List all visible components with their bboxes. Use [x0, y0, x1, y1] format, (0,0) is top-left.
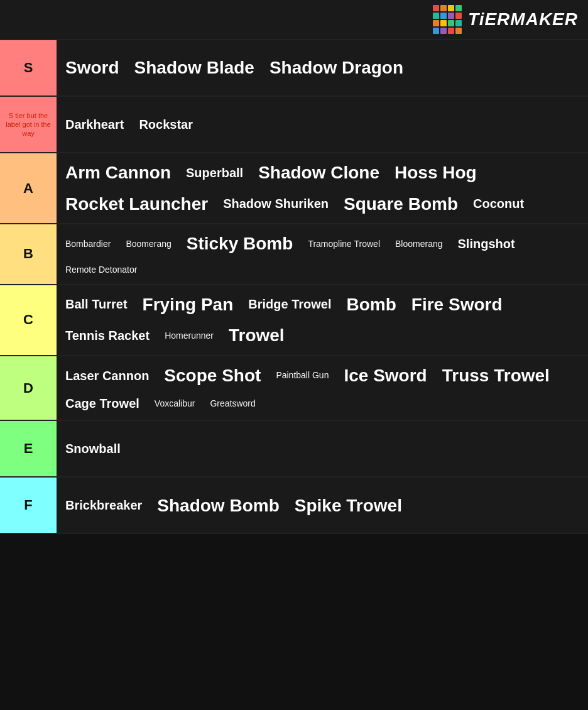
- tier-label-s: S: [0, 40, 57, 96]
- list-item[interactable]: Bombardier: [59, 235, 117, 253]
- list-item[interactable]: Shadow Shuriken: [217, 192, 335, 215]
- tier-content-a: Arm CannonSuperballShadow CloneHoss HogR…: [57, 153, 588, 223]
- tier-label-e: E: [0, 421, 57, 476]
- tier-row-s: SSwordShadow BladeShadow Dragon: [0, 40, 588, 97]
- tier-content-s2: DarkheartRockstar: [57, 97, 588, 152]
- tier-label-a: A: [0, 153, 57, 223]
- list-item[interactable]: Paintball Gun: [270, 366, 335, 385]
- list-item[interactable]: Shadow Blade: [128, 53, 261, 82]
- list-item[interactable]: Sticky Bomb: [180, 229, 300, 258]
- app-container: TiERMAKER SSwordShadow BladeShadow Drago…: [0, 0, 588, 534]
- tier-content-e: Snowball: [57, 421, 588, 476]
- tier-label-b: B: [0, 224, 57, 283]
- list-item[interactable]: Ball Turret: [59, 293, 134, 315]
- list-item[interactable]: Spike Trowel: [288, 491, 408, 520]
- list-item[interactable]: Bloomerang: [389, 235, 449, 253]
- logo-cell: [448, 20, 454, 26]
- logo-cell: [440, 20, 447, 26]
- tier-content-f: BrickbreakerShadow BombSpike Trowel: [57, 478, 588, 533]
- list-item[interactable]: Remote Detonator: [59, 261, 143, 279]
- list-item[interactable]: Frying Pan: [136, 290, 240, 319]
- logo-cell: [440, 28, 447, 34]
- list-item[interactable]: Ice Sword: [337, 361, 433, 390]
- logo-cell: [448, 13, 454, 19]
- list-item[interactable]: Slingshot: [452, 232, 521, 255]
- tier-row-d: DLaser CannonScope ShotPaintball GunIce …: [0, 356, 588, 422]
- tier-content-d: Laser CannonScope ShotPaintball GunIce S…: [57, 356, 588, 420]
- list-item[interactable]: Rockstar: [133, 113, 199, 136]
- tier-row-a: AArm CannonSuperballShadow CloneHoss Hog…: [0, 153, 588, 224]
- list-item[interactable]: Greatsword: [204, 395, 261, 413]
- list-item[interactable]: Scope Shot: [158, 361, 267, 390]
- logo-cell: [433, 20, 439, 26]
- logo-cell: [433, 13, 439, 19]
- list-item[interactable]: Square Bomb: [337, 190, 464, 219]
- logo-grid: [433, 5, 462, 34]
- list-item[interactable]: Snowball: [59, 437, 127, 460]
- list-item[interactable]: Fire Sword: [405, 290, 509, 319]
- tier-content-b: BombardierBoomerangSticky BombTramopline…: [57, 224, 588, 283]
- list-item[interactable]: Boomerang: [119, 235, 177, 253]
- logo-cell: [433, 28, 439, 34]
- list-item[interactable]: Arm Cannon: [59, 158, 177, 187]
- list-item[interactable]: Brickbreaker: [59, 494, 148, 516]
- list-item[interactable]: Shadow Clone: [252, 158, 386, 187]
- list-item[interactable]: Sword: [59, 53, 126, 82]
- list-item[interactable]: Coconut: [467, 192, 530, 215]
- tier-label-s2: S tier but the label got in the way: [0, 97, 57, 152]
- list-item[interactable]: Shadow Bomb: [151, 491, 285, 520]
- logo-cell: [448, 28, 454, 34]
- logo-cell: [448, 5, 454, 11]
- tier-content-c: Ball TurretFrying PanBridge TrowelBombFi…: [57, 285, 588, 355]
- logo-cell: [455, 28, 462, 34]
- list-item[interactable]: Homerunner: [158, 327, 220, 345]
- list-item[interactable]: Cage Trowel: [59, 392, 146, 415]
- logo-cell: [433, 5, 439, 11]
- logo-cell: [455, 13, 462, 19]
- list-item[interactable]: Laser Cannon: [59, 364, 155, 387]
- list-item[interactable]: Tramopline Trowel: [302, 235, 386, 253]
- list-item[interactable]: Rocket Launcher: [59, 190, 214, 219]
- logo-text: TiERMAKER: [468, 9, 578, 30]
- logo-cell: [455, 20, 462, 26]
- tier-label-f: F: [0, 478, 57, 533]
- list-item[interactable]: Hoss Hog: [388, 158, 483, 187]
- list-item[interactable]: Tennis Racket: [59, 324, 156, 347]
- tier-label-c: C: [0, 285, 57, 355]
- tier-row-b: BBombardierBoomerangSticky BombTramoplin…: [0, 224, 588, 285]
- list-item[interactable]: Superball: [180, 161, 249, 184]
- header: TiERMAKER: [0, 0, 588, 40]
- tier-row-c: CBall TurretFrying PanBridge TrowelBombF…: [0, 285, 588, 356]
- list-item[interactable]: Voxcalibur: [148, 395, 202, 413]
- list-item[interactable]: Bridge Trowel: [242, 293, 337, 315]
- list-item[interactable]: Truss Trowel: [436, 361, 556, 390]
- tiermaker-logo: TiERMAKER: [433, 5, 578, 34]
- tier-row-f: FBrickbreakerShadow BombSpike Trowel: [0, 478, 588, 534]
- tier-row-e: ESnowball: [0, 421, 588, 478]
- list-item[interactable]: Bomb: [340, 290, 403, 319]
- tier-row-s2: S tier but the label got in the wayDarkh…: [0, 97, 588, 153]
- tier-content-s: SwordShadow BladeShadow Dragon: [57, 40, 588, 96]
- logo-cell: [440, 13, 447, 19]
- tier-rows: SSwordShadow BladeShadow DragonS tier bu…: [0, 40, 588, 534]
- tier-label-d: D: [0, 356, 57, 420]
- logo-cell: [440, 5, 447, 11]
- list-item[interactable]: Darkheart: [59, 113, 130, 136]
- logo-cell: [455, 5, 462, 11]
- list-item[interactable]: Shadow Dragon: [263, 53, 410, 82]
- list-item[interactable]: Trowel: [222, 321, 291, 350]
